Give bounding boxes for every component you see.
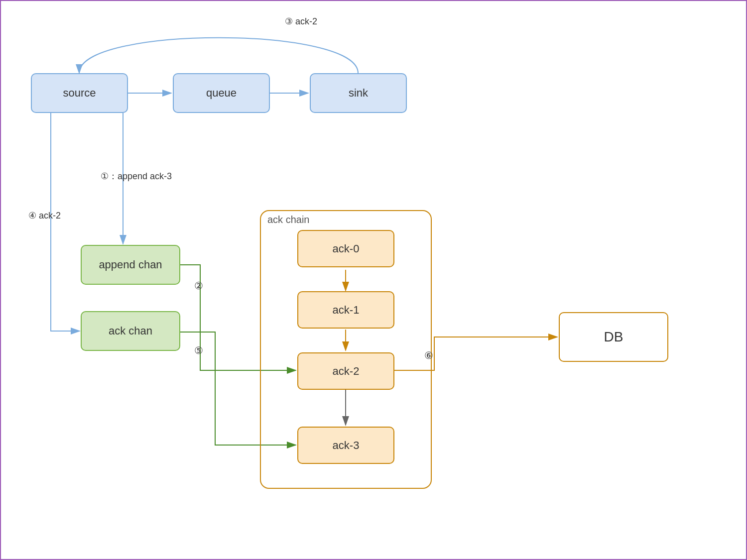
- label-6: ⑥: [424, 349, 433, 361]
- ack1-node: ack-1: [297, 291, 394, 329]
- ack-chan-node: ack chan: [81, 311, 180, 351]
- db-node: DB: [559, 312, 668, 362]
- label-ack2-top: ③ ack-2: [285, 16, 317, 27]
- ack3-node: ack-3: [297, 427, 394, 464]
- label-5: ⑤: [194, 344, 203, 356]
- sink-node: sink: [310, 73, 407, 113]
- ack0-node: ack-0: [297, 230, 394, 267]
- diagram-canvas: ack chain source queue sink append chan …: [0, 0, 747, 560]
- label-2: ②: [194, 280, 203, 292]
- queue-node: queue: [173, 73, 270, 113]
- ack-chain-label: ack chain: [267, 214, 310, 225]
- label-ack2-left: ④ ack-2: [28, 210, 61, 221]
- source-node: source: [31, 73, 128, 113]
- label-append-ack3: ①：append ack-3: [101, 170, 172, 182]
- ack2-node: ack-2: [297, 352, 394, 390]
- append-chan-node: append chan: [81, 245, 180, 285]
